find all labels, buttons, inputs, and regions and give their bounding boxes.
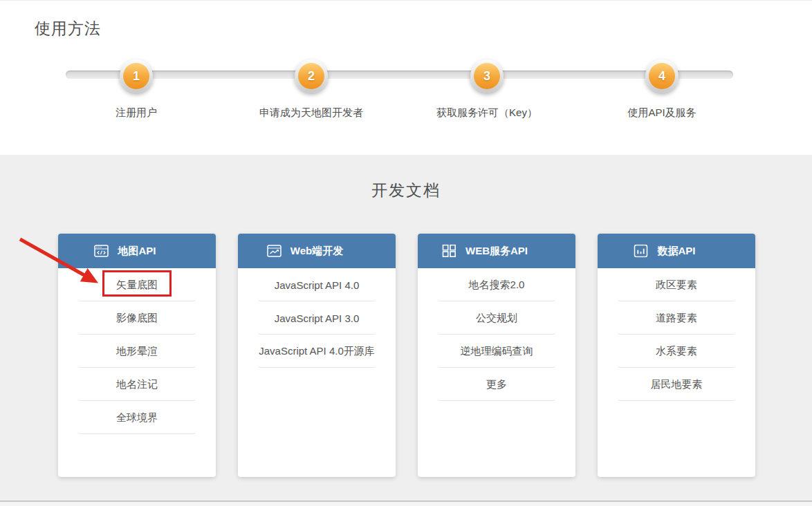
step-label-use-api: 使用API及服务 [551,106,773,120]
tianditu-developer-page: 使用方法 1 2 3 4 注册用户 申请成为天地图开发者 获取服务许可（Key）… [0,0,812,506]
doc-link-label: JavaScript API 3.0 [275,312,360,324]
doc-link-label: 矢量底图 [116,279,158,292]
card-web-dev-header: Web端开发 [238,234,396,268]
grid-icon [442,245,456,258]
card-data-api-header: 数据API [598,234,755,268]
doc-link-label: 地形晕渲 [116,345,158,358]
step-circle-4: 4 [645,59,679,93]
step-number: 4 [658,69,665,84]
docs-title: 开发文档 [0,180,812,201]
doc-link-label: 居民地要素 [651,378,703,391]
card-map-api-header: 地图API [58,234,216,268]
doc-link-place-annotation[interactable]: 地名注记 [58,368,216,401]
chart-window-icon [267,245,282,258]
card-web-service-api-header: WEB服务API [418,234,575,268]
steps-progress-bar [66,71,733,79]
card-title: Web端开发 [290,245,343,256]
doc-link-road-features[interactable]: 道路要素 [598,301,755,335]
doc-link-vector-basemap[interactable]: 矢量底图 [58,268,216,301]
doc-link-place-search[interactable]: 地名搜索2.0 [418,268,575,301]
doc-link-label: JavaScript API 4.0 [275,279,360,291]
step-number: 3 [483,69,490,84]
doc-link-water-features[interactable]: 水系要素 [598,335,755,368]
doc-link-reverse-geocoding[interactable]: 逆地理编码查询 [418,335,575,368]
doc-link-js-api-40[interactable]: JavaScript API 4.0 [238,268,396,301]
doc-link-label: 影像底图 [116,312,158,325]
card-title: 数据API [657,245,695,256]
card-map-api: 地图API 矢量底图 影像底图 地形晕渲 地名注记 全球境界 [58,234,216,477]
doc-link-label: JavaScript API 4.0开源库 [259,345,375,358]
doc-cards: 地图API 矢量底图 影像底图 地形晕渲 地名注记 全球境界 [58,234,755,477]
doc-link-label: 政区要素 [656,279,697,292]
card-web-dev: Web端开发 JavaScript API 4.0 JavaScript API… [238,234,396,477]
card-title: WEB服务API [465,245,528,256]
doc-link-label: 地名搜索2.0 [469,279,525,292]
card-title: 地图API [118,245,156,256]
doc-link-label: 逆地理编码查询 [461,345,533,358]
step-number: 1 [133,69,140,84]
doc-link-label: 地名注记 [116,378,158,391]
step-circle-1: 1 [120,59,153,93]
doc-link-js-api-40-opensource[interactable]: JavaScript API 4.0开源库 [238,335,396,368]
doc-link-label: 全球境界 [116,411,158,424]
doc-link-js-api-30[interactable]: JavaScript API 3.0 [238,301,396,335]
step-circle-2: 2 [295,59,328,93]
bar-chart-icon [634,245,648,258]
doc-link-more[interactable]: 更多 [418,368,575,401]
doc-link-label: 水系要素 [656,345,697,358]
doc-link-bus-planning[interactable]: 公交规划 [418,301,575,335]
doc-link-label: 道路要素 [656,312,697,325]
doc-link-global-boundary[interactable]: 全球境界 [58,401,216,434]
step-circle-3: 3 [470,59,504,93]
doc-link-admin-region-features[interactable]: 政区要素 [598,268,755,301]
code-window-icon [94,245,109,258]
docs-section: 开发文档 [0,155,812,502]
doc-link-label: 公交规划 [476,312,517,325]
doc-link-label: 更多 [486,378,507,391]
doc-link-image-basemap[interactable]: 影像底图 [58,301,216,335]
doc-link-residential-features[interactable]: 居民地要素 [598,368,755,401]
doc-link-terrain-shading[interactable]: 地形晕渲 [58,335,216,368]
usage-section: 使用方法 1 2 3 4 注册用户 申请成为天地图开发者 获取服务许可（Key）… [0,0,812,155]
card-web-service-api: WEB服务API 地名搜索2.0 公交规划 逆地理编码查询 更多 [418,234,575,477]
card-data-api: 数据API 政区要素 道路要素 水系要素 居民地要素 [598,234,755,477]
usage-title: 使用方法 [35,18,101,39]
step-number: 2 [308,69,315,84]
